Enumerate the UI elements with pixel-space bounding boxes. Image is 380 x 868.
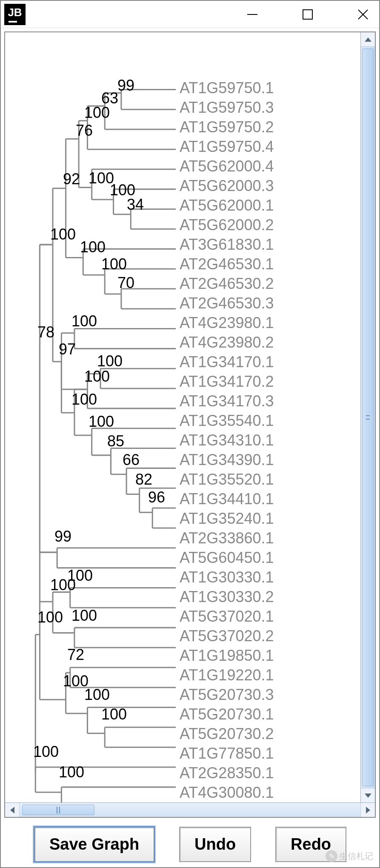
leaf-label: AT5G62000.4 xyxy=(180,157,274,175)
minimize-button[interactable] xyxy=(244,6,261,23)
node-support-label: 96 xyxy=(148,488,165,506)
leaf-label: AT5G62000.1 xyxy=(180,197,274,214)
leaf-label: AT1G34170.2 xyxy=(180,373,274,391)
leaf-label: AT1G59750.3 xyxy=(180,99,274,117)
node-support-label: 82 xyxy=(135,471,152,488)
horizontal-scroll-thumb[interactable] xyxy=(22,805,94,815)
node-support-label: 100 xyxy=(33,743,59,761)
save-graph-button[interactable]: Save Graph xyxy=(34,826,155,862)
button-bar: Save Graph Undo Redo xyxy=(1,821,379,867)
node-support-label: 100 xyxy=(89,413,114,431)
leaf-label: AT1G30330.1 xyxy=(180,568,274,586)
scroll-right-arrow[interactable] xyxy=(360,803,375,817)
node-support-label: 76 xyxy=(76,122,93,140)
leaf-label: AT5G20730.3 xyxy=(180,686,274,704)
leaf-label: AT1G30330.2 xyxy=(180,588,274,606)
node-support-label: 92 xyxy=(63,170,80,188)
leaf-label: AT3G61830.1 xyxy=(180,236,274,254)
node-support-label: 100 xyxy=(84,368,110,385)
node-support-label: 78 xyxy=(37,323,54,341)
svg-rect-1 xyxy=(303,10,312,19)
leaf-label: AT2G46530.3 xyxy=(180,294,274,312)
scroll-down-arrow[interactable] xyxy=(361,788,375,802)
node-support-label: 100 xyxy=(37,608,63,626)
vertical-scroll-thumb[interactable] xyxy=(362,49,374,786)
leaf-label: AT5G20730.2 xyxy=(180,725,274,743)
leaf-label: AT1G77850.1 xyxy=(180,745,274,762)
node-support-label: 100 xyxy=(80,238,106,256)
close-button[interactable] xyxy=(354,6,371,23)
titlebar: JB xyxy=(1,1,379,28)
leaf-label: AT5G37020.2 xyxy=(180,627,274,645)
node-support-label: 100 xyxy=(84,104,110,122)
leaf-label: AT1G34390.1 xyxy=(180,451,274,469)
vertical-scroll-track[interactable] xyxy=(361,47,375,788)
node-support-label: 100 xyxy=(50,576,76,594)
leaf-label: AT5G20730.1 xyxy=(180,705,274,723)
node-support-label: 97 xyxy=(59,340,76,358)
leaf-label: AT1G34310.1 xyxy=(180,431,274,449)
node-support-label: 72 xyxy=(67,646,84,664)
leaf-label: AT1G19850.1 xyxy=(180,647,274,665)
scroll-left-arrow[interactable] xyxy=(5,803,20,817)
leaf-label: AT4G30080.1 xyxy=(180,784,274,802)
node-support-label: 66 xyxy=(123,451,140,469)
tree-canvas[interactable]: AT1G59750.1AT1G59750.3AT1G59750.2AT1G597… xyxy=(5,32,360,802)
leaf-label: AT1G59750.4 xyxy=(180,138,274,156)
scroll-up-arrow[interactable] xyxy=(361,32,375,47)
leaf-label: AT2G28350.1 xyxy=(180,764,274,782)
leaf-label: AT1G19220.1 xyxy=(180,666,274,684)
node-support-label: 100 xyxy=(50,226,76,243)
leaf-label: AT5G62000.2 xyxy=(180,216,274,234)
leaf-label: AT1G34170.1 xyxy=(180,353,274,371)
node-support-label: 70 xyxy=(117,274,134,292)
leaf-label: AT1G59750.2 xyxy=(180,118,274,136)
leaf-label: AT4G23980.1 xyxy=(180,314,274,332)
node-support-label: 100 xyxy=(63,672,89,690)
scroll-viewport: AT1G59750.1AT1G59750.3AT1G59750.2AT1G597… xyxy=(5,32,375,802)
horizontal-scroll-track[interactable] xyxy=(20,803,360,817)
vertical-scrollbar[interactable] xyxy=(360,32,375,802)
undo-button[interactable]: Undo xyxy=(179,827,251,862)
leaf-label: AT5G60450.1 xyxy=(180,549,274,567)
watermark-text: 生信札记 xyxy=(339,851,373,862)
node-support-label: 100 xyxy=(101,255,127,273)
leaf-label: AT1G35540.1 xyxy=(180,412,274,430)
leaf-label: AT5G62000.3 xyxy=(180,177,274,195)
node-support-label: 100 xyxy=(71,607,97,625)
leaf-label: AT2G33860.1 xyxy=(180,529,274,547)
leaf-label: AT2G46530.1 xyxy=(180,255,274,273)
leaf-label: AT1G59750.1 xyxy=(180,79,274,97)
maximize-button[interactable] xyxy=(299,6,316,23)
horizontal-scrollbar[interactable] xyxy=(5,802,375,817)
node-support-label: 100 xyxy=(101,705,127,723)
node-support-label: 100 xyxy=(59,763,84,781)
leaf-label: AT1G34410.1 xyxy=(180,490,274,508)
leaf-label: AT5G37020.1 xyxy=(180,608,274,625)
node-support-label: 99 xyxy=(54,528,71,545)
window-controls xyxy=(244,6,371,23)
leaf-label: AT4G23980.2 xyxy=(180,334,274,351)
leaf-label: AT2G46530.2 xyxy=(180,275,274,293)
app-icon: JB xyxy=(4,4,26,25)
leaf-label: AT1G35520.1 xyxy=(180,471,274,488)
content-area: AT1G59750.1AT1G59750.3AT1G59750.2AT1G597… xyxy=(4,31,376,818)
leaf-label: AT1G35240.1 xyxy=(180,510,274,528)
node-support-label: 100 xyxy=(89,169,114,187)
leaf-label: AT1G34170.3 xyxy=(180,392,274,410)
node-support-label: 100 xyxy=(71,312,97,330)
node-support-label: 99 xyxy=(117,77,134,94)
app-window: JB AT1G59750.1AT1G59750.3AT1G59750.2AT1G… xyxy=(0,0,380,868)
node-support-label: 100 xyxy=(71,391,97,408)
node-support-label: 85 xyxy=(107,432,124,450)
watermark-icon: ✎ xyxy=(326,850,337,862)
watermark: ✎ 生信札记 xyxy=(326,850,373,862)
